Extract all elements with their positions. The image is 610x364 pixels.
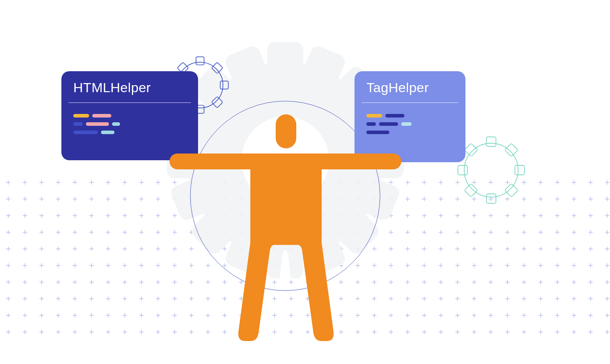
code-segment — [101, 131, 114, 134]
code-segment — [366, 122, 376, 126]
code-segment — [73, 114, 89, 118]
code-segment — [73, 122, 83, 126]
svg-rect-27 — [212, 97, 223, 108]
code-segment — [112, 122, 120, 126]
svg-rect-30 — [486, 194, 496, 203]
svg-rect-7 — [189, 206, 240, 257]
svg-rect-2 — [267, 42, 303, 78]
code-row — [366, 114, 454, 118]
code-row — [73, 114, 186, 118]
code-preview — [355, 103, 465, 150]
code-row — [366, 131, 454, 134]
svg-rect-23 — [220, 81, 228, 89]
card-title: HTMLHelper — [61, 71, 198, 102]
svg-rect-0 — [0, 174, 610, 340]
svg-rect-33 — [505, 143, 518, 157]
card-htmlhelper: HTMLHelper — [61, 71, 198, 160]
card-taghelper: TagHelper — [355, 71, 465, 162]
code-segment — [401, 122, 412, 126]
svg-point-1 — [187, 63, 383, 258]
circle-outline-icon — [190, 101, 380, 291]
svg-rect-15 — [300, 229, 347, 277]
svg-point-18 — [242, 117, 329, 204]
code-segment — [73, 131, 98, 134]
code-segment — [366, 114, 382, 118]
svg-rect-13 — [355, 175, 402, 222]
svg-rect-32 — [515, 165, 524, 175]
bottom-fade — [0, 340, 610, 364]
code-segment — [366, 131, 389, 134]
svg-rect-24 — [212, 62, 223, 74]
svg-rect-14 — [223, 44, 271, 91]
code-row — [73, 131, 186, 134]
code-preview — [61, 103, 198, 150]
svg-rect-37 — [276, 114, 296, 148]
svg-rect-16 — [169, 175, 216, 222]
code-segment — [385, 114, 404, 118]
svg-rect-29 — [486, 137, 496, 146]
svg-rect-35 — [464, 143, 478, 157]
card-title: TagHelper — [355, 71, 465, 102]
code-row — [366, 122, 454, 126]
svg-rect-20 — [196, 57, 204, 65]
code-segment — [86, 122, 109, 126]
svg-rect-9 — [331, 206, 382, 257]
svg-rect-31 — [458, 165, 467, 175]
svg-rect-34 — [464, 184, 478, 197]
svg-rect-36 — [505, 184, 518, 197]
svg-rect-10 — [300, 44, 347, 91]
svg-point-28 — [464, 143, 518, 197]
svg-rect-11 — [223, 229, 271, 277]
svg-rect-3 — [267, 243, 303, 279]
code-segment — [92, 114, 111, 118]
plus-grid-pattern — [0, 174, 610, 340]
code-row — [73, 122, 186, 126]
code-segment — [379, 122, 398, 126]
